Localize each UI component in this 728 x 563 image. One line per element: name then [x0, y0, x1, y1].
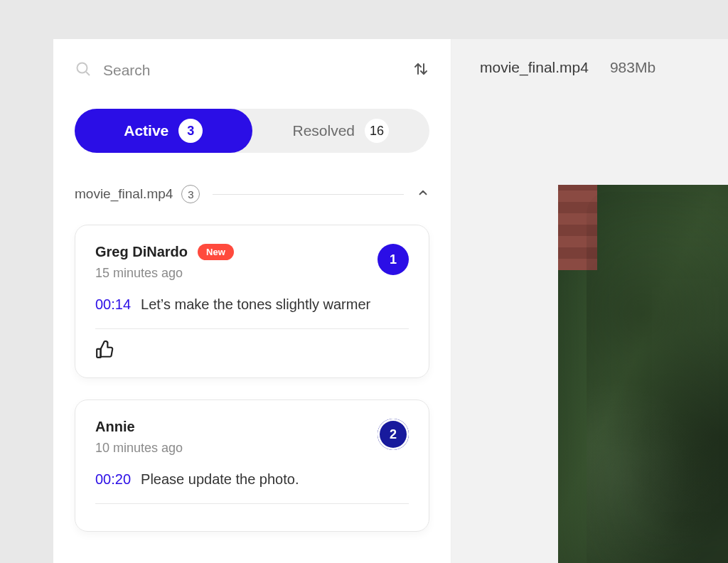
app-window: Active 3 Resolved 16 movie_final.mp4 3 [53, 39, 728, 563]
video-frame [558, 185, 728, 563]
comment-body: 00:14 Let’s make the tones slightly warm… [95, 296, 409, 313]
comment-timestamp[interactable]: 00:20 [95, 471, 131, 488]
search-icon [75, 60, 92, 80]
tab-resolved[interactable]: Resolved 16 [252, 109, 430, 153]
tab-resolved-count: 16 [365, 119, 389, 143]
divider [95, 503, 409, 504]
preview-viewport[interactable] [451, 96, 728, 563]
status-tabs: Active 3 Resolved 16 [75, 109, 429, 153]
chevron-up-icon[interactable] [417, 186, 429, 202]
svg-line-1 [86, 72, 90, 75]
divider [95, 328, 409, 329]
preview-file-size: 983Mb [610, 59, 655, 76]
comment-marker[interactable]: 2 [378, 419, 409, 450]
svg-point-0 [77, 63, 87, 73]
comment-meta: Greg DiNardo New 15 minutes ago [95, 244, 234, 281]
comment-marker[interactable]: 1 [378, 244, 409, 275]
file-section-count: 3 [181, 185, 200, 203]
comment-timestamp[interactable]: 00:14 [95, 296, 131, 313]
tab-resolved-label: Resolved [292, 122, 355, 139]
preview-pane: movie_final.mp4 983Mb [451, 39, 728, 563]
file-section-name: movie_final.mp4 [75, 186, 173, 202]
comment-timeago: 10 minutes ago [95, 441, 183, 456]
sort-icon[interactable] [412, 60, 429, 80]
search-row [75, 60, 429, 80]
comment-body: 00:20 Please update the photo. [95, 471, 409, 488]
preview-header: movie_final.mp4 983Mb [451, 39, 728, 96]
file-section-header[interactable]: movie_final.mp4 3 [75, 185, 429, 203]
comment-card[interactable]: Greg DiNardo New 15 minutes ago 1 00:14 … [75, 225, 429, 378]
comment-head: Annie 10 minutes ago 2 [95, 419, 409, 456]
comment-meta: Annie 10 minutes ago [95, 419, 183, 456]
search-input[interactable] [103, 62, 401, 79]
comment-author: Annie [95, 419, 135, 435]
comment-card[interactable]: Annie 10 minutes ago 2 00:20 Please upda… [75, 400, 429, 532]
divider [213, 194, 404, 195]
tab-active[interactable]: Active 3 [75, 109, 252, 153]
new-badge: New [198, 244, 234, 260]
comment-head: Greg DiNardo New 15 minutes ago 1 [95, 244, 409, 281]
comment-author: Greg DiNardo [95, 244, 188, 260]
comment-text: Let’s make the tones slightly warmer [141, 296, 370, 313]
comments-panel: Active 3 Resolved 16 movie_final.mp4 3 [53, 39, 451, 563]
thumbs-up-icon[interactable] [95, 341, 114, 362]
preview-file-name: movie_final.mp4 [480, 59, 589, 76]
tab-active-label: Active [124, 122, 168, 139]
comment-timeago: 15 minutes ago [95, 266, 234, 281]
svg-rect-2 [97, 349, 100, 358]
tab-active-count: 3 [178, 119, 203, 143]
comment-text: Please update the photo. [141, 471, 299, 488]
